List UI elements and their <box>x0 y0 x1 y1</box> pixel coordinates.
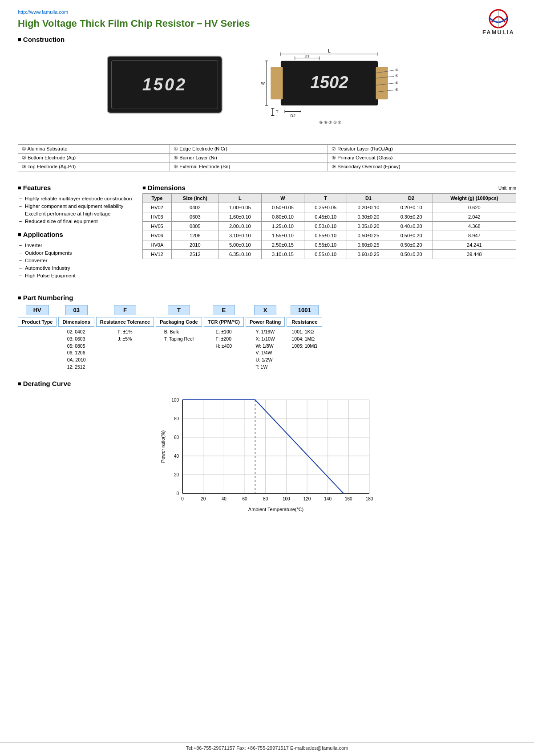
component-table: ① Alumina Substrate ④ Edge Electrode (Ni… <box>18 144 516 171</box>
section-construction: Construction <box>18 36 516 43</box>
dim-row: HV0612063.10±0.101.55±0.100.55±0.100.50±… <box>143 231 516 240</box>
pn-code: 1001 <box>291 305 319 315</box>
dim-row: HV0A20105.00±0.102.50±0.150.55±0.100.60±… <box>143 240 516 250</box>
svg-text:80: 80 <box>263 496 268 501</box>
feature-item: Excellent performance at high voltage <box>18 210 134 218</box>
pn-label: Dimensions <box>58 317 94 327</box>
application-item: Inverter <box>18 242 134 249</box>
feature-item: Reduced size of final equipment <box>18 218 134 225</box>
dim-row: HV0204021.00±0.050.50±0.050.35±0.050.20±… <box>143 203 516 212</box>
part-num-column: 1001Resistance1001: 1KΩ 1004: 1MΩ 1005: … <box>287 305 322 350</box>
svg-text:40: 40 <box>222 496 227 501</box>
section-derating: Derating Curve <box>18 380 516 387</box>
svg-text:Power ratio(%): Power ratio(%) <box>160 430 166 463</box>
dimensions-table: TypeSize (Inch)LWTD1D2Weight (g) (1000pc… <box>142 193 516 259</box>
pn-values: F: ±1% J: ±5% <box>116 329 134 343</box>
pn-label: Resistance Tolerance <box>96 317 154 327</box>
application-item: High Pulse Equipment <box>18 272 134 280</box>
pn-code: T <box>168 305 190 315</box>
logo-text: FAMULIA <box>482 29 514 36</box>
svg-text:1502: 1502 <box>311 73 348 92</box>
svg-text:20: 20 <box>174 472 179 477</box>
page-title: High Voltage Thick Film Chip Resistor－HV… <box>18 17 516 30</box>
part-num-column: FResistance ToleranceF: ±1% J: ±5% <box>96 305 154 343</box>
svg-text:100: 100 <box>283 496 290 501</box>
svg-text:⑨ ⑧ ⑦ ① ②: ⑨ ⑧ ⑦ ① ② <box>319 120 341 125</box>
part-num-column: 03Dimensions02: 0402 03: 0603 05: 0805 0… <box>58 305 94 371</box>
right-column: Dimensions Unit: mm TypeSize (Inch)LWTD1… <box>142 179 516 285</box>
svg-text:L: L <box>328 49 331 53</box>
footer-text: Tel:+86-755-29971157 Fax: +86-755-299715… <box>186 745 348 751</box>
svg-rect-12 <box>271 67 283 99</box>
part-num-column: ETCR (PPM/°C)E: ±100 F: ±200 H: ±400 <box>204 305 244 350</box>
header-url: http://www.famulia.com <box>18 9 516 15</box>
application-item: Automotive Industry <box>18 264 134 272</box>
pn-values: 1001: 1KΩ 1004: 1MΩ 1005: 10MΩ <box>290 329 319 350</box>
application-item: Outdoor Equipments <box>18 249 134 257</box>
svg-text:⑥: ⑥ <box>395 88 398 92</box>
svg-text:W: W <box>261 81 265 85</box>
dim-row: HV1225126.35±0.103.10±0.150.55±0.100.60±… <box>143 250 516 259</box>
part-numbering-area: HVProduct Type03Dimensions02: 0402 03: 0… <box>18 305 516 371</box>
chart-wrap: 020406080100120140160180020406080100Ambi… <box>156 391 378 524</box>
pn-values: B: Bulk T: Taping Reel <box>162 329 195 343</box>
svg-text:20: 20 <box>201 496 206 501</box>
pn-values: Y: 1/16W X: 1/10W W: 1/8W V: 1/4W U: 1/2… <box>254 329 277 371</box>
part-num-column: XPower RatingY: 1/16W X: 1/10W W: 1/8W V… <box>246 305 285 371</box>
svg-text:60: 60 <box>242 496 247 501</box>
svg-text:60: 60 <box>174 435 179 440</box>
section-part-numbering: Part Numbering <box>18 294 516 301</box>
features-list: Highly reliable multilayer electrode con… <box>18 195 134 225</box>
section-features: Features <box>18 184 134 191</box>
section-applications: Applications <box>18 231 134 238</box>
dim-row: HV0306031.60±0.100.80±0.100.45±0.100.30±… <box>143 212 516 222</box>
pn-code: X <box>254 305 276 315</box>
feature-item: Highly reliable multilayer electrode con… <box>18 195 134 203</box>
pn-label: Packaging Code <box>156 317 202 327</box>
pn-label: Resistance <box>287 317 322 327</box>
pn-values: E: ±100 F: ±200 H: ±400 <box>214 329 234 350</box>
svg-text:180: 180 <box>366 496 373 501</box>
svg-text:D1: D1 <box>305 54 310 58</box>
svg-text:160: 160 <box>345 496 352 501</box>
svg-text:D2: D2 <box>290 114 295 118</box>
svg-text:140: 140 <box>324 496 332 501</box>
section-dimensions: Dimensions <box>142 184 186 191</box>
pn-label: Power Rating <box>246 317 285 327</box>
construction-area: 1502 L D1 1502 W <box>18 47 516 137</box>
pn-values: 02: 0402 03: 0603 05: 0805 06: 1206 0A: … <box>65 329 88 371</box>
derating-section: Derating Curve 0204060801001201401601800… <box>18 380 516 524</box>
pn-label: TCR (PPM/°C) <box>204 317 244 327</box>
part-num-column: TPackaging CodeB: Bulk T: Taping Reel <box>156 305 202 343</box>
applications-list: InverterOutdoor EquipmentsConverterAutom… <box>18 242 134 280</box>
pn-code: E <box>213 305 235 315</box>
chip-photo: 1502 <box>107 56 222 114</box>
pn-label: Product Type <box>18 317 57 327</box>
svg-text:Ambient Temperature(℃): Ambient Temperature(℃) <box>248 507 303 512</box>
dim-row: HV0508052.00±0.101.25±0.100.50±0.100.35±… <box>143 222 516 231</box>
pn-code: 03 <box>65 305 88 315</box>
svg-text:④: ④ <box>395 74 398 78</box>
chip-diagram: L D1 1502 W T <box>240 47 427 137</box>
dim-unit: Unit: mm <box>498 186 516 191</box>
svg-text:⑤: ⑤ <box>395 81 398 85</box>
logo: FAMULIA <box>481 9 516 36</box>
pn-code: F <box>114 305 136 315</box>
svg-text:80: 80 <box>174 416 179 421</box>
page-footer: Tel:+86-755-29971157 Fax: +86-755-299715… <box>0 742 534 751</box>
part-num-column: HVProduct Type <box>18 305 57 329</box>
svg-text:120: 120 <box>303 496 311 501</box>
left-column: Features Highly reliable multilayer elec… <box>18 179 134 285</box>
feature-item: Higher component and equipment reliabili… <box>18 203 134 210</box>
svg-text:0: 0 <box>181 496 184 501</box>
application-item: Converter <box>18 257 134 264</box>
chart-container: 020406080100120140160180020406080100Ambi… <box>18 391 516 524</box>
svg-text:T: T <box>276 110 279 114</box>
pn-code: HV <box>26 305 49 315</box>
svg-rect-13 <box>376 67 388 99</box>
two-col-main: Features Highly reliable multilayer elec… <box>18 179 516 285</box>
svg-text:③: ③ <box>395 68 398 72</box>
svg-text:100: 100 <box>171 398 179 402</box>
svg-text:0: 0 <box>176 491 179 496</box>
svg-text:40: 40 <box>174 454 179 459</box>
